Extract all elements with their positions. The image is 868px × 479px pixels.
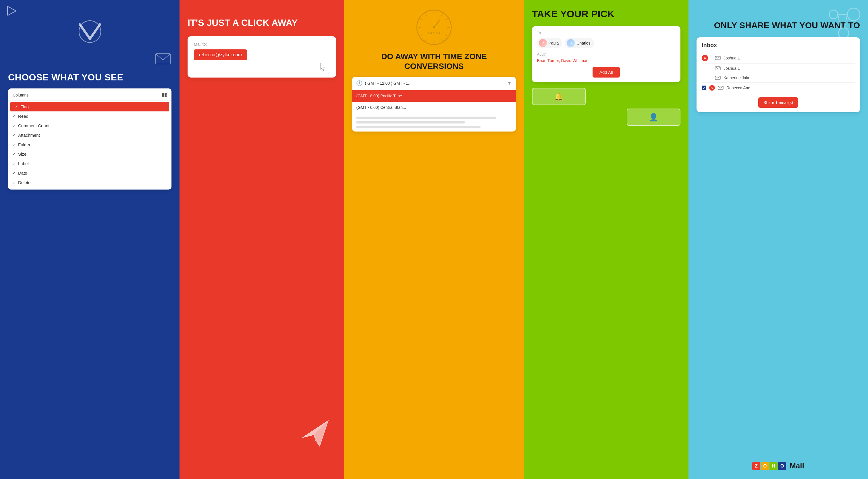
zoho-o1: O: [761, 462, 769, 470]
svg-marker-0: [7, 6, 16, 15]
svg-rect-4: [164, 93, 166, 95]
panel4-title: TAKE YOUR PICK: [532, 9, 680, 19]
column-selector-card: Columns ✓ Flag ✓ Read ✓ Comment Count: [8, 89, 172, 190]
inbox-sender-name: Rebecca And...: [726, 86, 855, 90]
inbox-sender-name: Katherine Jake: [723, 75, 855, 80]
mail-to-label: Mail to:: [194, 42, 330, 46]
panel-click-away: IT'S JUST A CLICK AWAY Mail to: rebecca@…: [180, 0, 344, 479]
zoho-letters: Z O H O: [752, 462, 786, 470]
inbox-item[interactable]: ✓ Rebecca And...: [702, 83, 855, 93]
timezone-selected: ( GMT - 12:00 ) GMT - 1...: [365, 81, 505, 86]
add-label: Add?: [537, 52, 675, 57]
timezone-option-pacific[interactable]: (GMT - 8:00) Pacific Time: [352, 90, 516, 102]
svg-rect-6: [164, 95, 166, 97]
v-logo: [77, 20, 103, 44]
contact-chip-paula[interactable]: P Paula: [537, 38, 562, 48]
zoho-z: Z: [752, 462, 760, 470]
panel-choose-what-you-see: CHOOSE WHAT YOU SEE Columns ✓ Flag ✓ Rea…: [0, 0, 180, 479]
inbox-sender-name: Joshua L: [723, 56, 855, 60]
column-item-read[interactable]: ✓ Read: [8, 111, 172, 121]
column-item-folder[interactable]: ✓ Folder: [8, 140, 172, 149]
envelope-icon: [718, 86, 723, 90]
check-icon: ✓: [13, 161, 16, 166]
svg-line-18: [420, 35, 423, 36]
inbox-item[interactable]: Joshua L: [702, 64, 855, 73]
check-icon: ✓: [13, 180, 16, 185]
envelope-icon: [715, 76, 721, 80]
grid-icon[interactable]: [162, 93, 167, 98]
contacts-card: To P Paula C Charles Add? Brian Turner, …: [532, 26, 680, 82]
panel-take-your-pick: TAKE YOUR PICK To P Paula C Charles Add?…: [524, 0, 688, 479]
inbox-sender-name: Joshua L: [723, 66, 855, 71]
zoho-mail-logo: Z O H O Mail: [696, 456, 860, 470]
svg-line-17: [420, 18, 423, 20]
to-label: To: [537, 31, 675, 35]
timezone-card: 🕐 ( GMT - 12:00 ) GMT - 1... ▼ (GMT - 8:…: [352, 77, 516, 131]
add-all-button[interactable]: Add All: [593, 67, 620, 77]
timezone-option-central[interactable]: (GMT - 6:00) Central Stan...: [352, 102, 516, 113]
inbox-card: Inbox 4 Joshua L Joshua L: [696, 37, 860, 112]
svg-point-25: [829, 10, 838, 19]
column-item-delete[interactable]: ✓ Delete: [8, 178, 172, 187]
svg-line-14: [445, 35, 448, 36]
column-item-size[interactable]: ✓ Size: [8, 149, 172, 159]
svg-line-19: [425, 39, 427, 42]
column-item-label[interactable]: ✓ Label: [8, 159, 172, 168]
person-icon: 👤: [649, 113, 658, 122]
svg-rect-3: [162, 93, 164, 95]
paper-airplane-icon: [300, 415, 334, 453]
svg-point-26: [838, 28, 849, 38]
panel-only-share: ONLY SHARE WHAT YOU WANT TO Inbox 4 Josh…: [688, 0, 868, 479]
panel1-title: CHOOSE WHAT YOU SEE: [8, 72, 172, 83]
envelope-icon: [715, 66, 721, 70]
avatar-paula: P: [539, 39, 547, 47]
placeholder-line: [356, 117, 496, 119]
avatar-charles: C: [567, 39, 575, 47]
zoho-o2: O: [778, 462, 786, 470]
column-item-flag[interactable]: ✓ Flag: [10, 102, 169, 111]
share-tag-icon: [709, 85, 715, 91]
svg-line-28: [844, 14, 847, 28]
suggested-contacts[interactable]: Brian Turner, David Whitman: [537, 58, 675, 63]
inbox-item[interactable]: 4 Joshua L: [702, 53, 855, 64]
check-icon: ✓: [13, 142, 16, 147]
zoho-h: H: [770, 462, 777, 470]
svg-line-37: [711, 88, 713, 89]
contacts-row: P Paula C Charles: [537, 38, 675, 48]
share-button[interactable]: Share 1 email(s): [758, 97, 798, 108]
svg-line-16: [425, 13, 427, 16]
timezone-header[interactable]: 🕐 ( GMT - 12:00 ) GMT - 1... ▼: [352, 77, 516, 90]
svg-line-36: [711, 87, 713, 88]
bell-widget: 🔔: [532, 88, 586, 105]
mail-to-card: Mail to: rebecca@zylker.com: [188, 36, 336, 77]
panel3-title: DO AWAY WITH TIME ZONE CONVERSIONS: [352, 52, 516, 71]
bell-icon: 🔔: [554, 92, 563, 101]
placeholder-line: [356, 121, 465, 124]
clock-container: TOKYO: [352, 9, 516, 46]
inbox-item[interactable]: Katherine Jake: [702, 73, 855, 83]
timezone-clock-icon: 🕐: [356, 80, 363, 87]
contact-chip-charles[interactable]: C Charles: [565, 38, 594, 48]
column-item-comment-count[interactable]: ✓ Comment Count: [8, 121, 172, 130]
svg-text:TOKYO: TOKYO: [427, 31, 440, 34]
person-widget: 👤: [627, 108, 680, 126]
flag-icon: [6, 6, 17, 17]
envelope-icon: [155, 53, 171, 66]
panel-timezone: TOKYO DO AWAY WITH TIME ZONE CONVERSIONS…: [344, 0, 524, 479]
svg-line-15: [441, 39, 443, 42]
check-icon: ✓: [13, 114, 16, 118]
email-address[interactable]: rebecca@zylker.com: [194, 50, 247, 60]
column-selector-header: Columns: [8, 91, 172, 101]
mail-label: Mail: [789, 461, 804, 470]
inbox-checkbox[interactable]: ✓: [702, 86, 706, 90]
svg-point-24: [847, 8, 860, 21]
columns-header-label: Columns: [13, 93, 28, 97]
inbox-count-badge: 4: [702, 55, 708, 61]
timezone-placeholder-lines: [352, 113, 516, 131]
widget-row-1: 🔔: [532, 88, 680, 105]
svg-rect-5: [162, 95, 164, 97]
column-item-date[interactable]: ✓ Date: [8, 168, 172, 178]
column-item-attachment[interactable]: ✓ Attachment: [8, 130, 172, 140]
contact-name-paula: Paula: [549, 41, 559, 45]
svg-line-13: [445, 18, 448, 20]
